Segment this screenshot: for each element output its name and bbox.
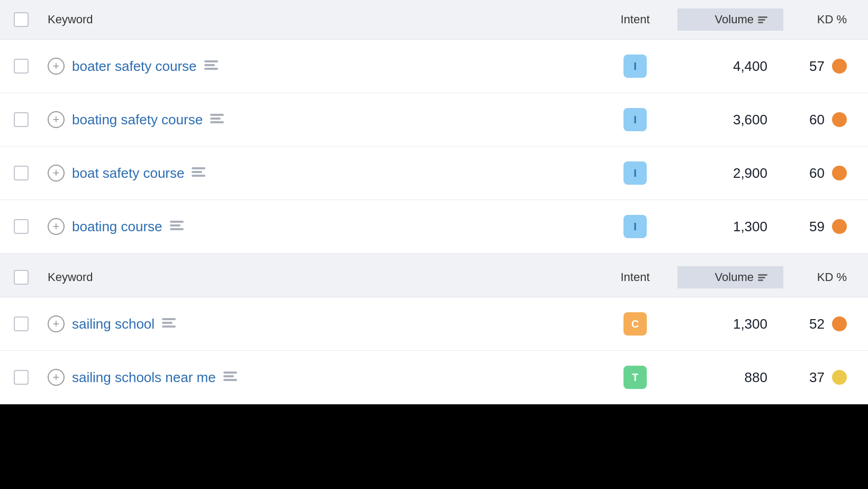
keyword-text[interactable]: boating course bbox=[72, 219, 162, 235]
kd-value: 57 bbox=[809, 58, 825, 75]
volume-sort-icon-1[interactable] bbox=[758, 16, 767, 23]
serp-features-icon[interactable] bbox=[210, 114, 224, 125]
row-checkbox[interactable] bbox=[14, 316, 29, 331]
intent-badge: C bbox=[623, 312, 647, 336]
header-kd-1: KD % bbox=[783, 13, 868, 26]
intent-cell: I bbox=[593, 215, 677, 238]
header-volume-1[interactable]: Volume bbox=[677, 8, 783, 31]
serp-features-icon[interactable] bbox=[204, 60, 218, 72]
header-intent-2: Intent bbox=[593, 270, 677, 284]
header-keyword-1: Keyword bbox=[42, 13, 593, 26]
keyword-cell: + boating course bbox=[42, 218, 593, 235]
serp-features-icon[interactable] bbox=[223, 372, 237, 383]
kd-value: 59 bbox=[809, 219, 825, 235]
kd-dot bbox=[832, 316, 847, 331]
intent-badge: T bbox=[623, 366, 647, 389]
add-keyword-icon[interactable]: + bbox=[48, 165, 65, 182]
intent-badge: I bbox=[623, 55, 647, 78]
table-row: + boating safety course I 3,600 60 bbox=[0, 93, 868, 147]
table-header-1: Keyword Intent Volume KD % bbox=[0, 0, 868, 40]
table-row: + boater safety course I 4,400 57 bbox=[0, 40, 868, 93]
keyword-cell: + boat safety course bbox=[42, 165, 593, 182]
table-header-2: Keyword Intent Volume KD % bbox=[0, 258, 868, 297]
kd-cell: 52 bbox=[783, 316, 868, 332]
intent-cell: I bbox=[593, 55, 677, 78]
keyword-table: Keyword Intent Volume KD % + boater safe… bbox=[0, 0, 868, 489]
header-kd-2: KD % bbox=[783, 270, 868, 284]
kd-dot bbox=[832, 112, 847, 127]
table-row: + boat safety course I 2,900 60 bbox=[0, 147, 868, 200]
keyword-text[interactable]: sailing school bbox=[72, 316, 155, 332]
select-all-checkbox-1[interactable] bbox=[14, 12, 29, 27]
keyword-text[interactable]: boating safety course bbox=[72, 112, 203, 128]
row-checkbox-cell bbox=[0, 370, 42, 385]
row-checkbox[interactable] bbox=[14, 370, 29, 385]
kd-dot bbox=[832, 370, 847, 385]
row-checkbox-cell bbox=[0, 219, 42, 234]
intent-badge: I bbox=[623, 161, 647, 185]
header-keyword-2: Keyword bbox=[42, 270, 593, 284]
kd-cell: 37 bbox=[783, 369, 868, 386]
volume-cell: 1,300 bbox=[677, 219, 783, 235]
intent-badge: I bbox=[623, 215, 647, 238]
serp-features-icon[interactable] bbox=[170, 221, 184, 232]
select-all-checkbox-2[interactable] bbox=[14, 270, 29, 285]
add-keyword-icon[interactable]: + bbox=[48, 369, 65, 386]
row-checkbox[interactable] bbox=[14, 59, 29, 74]
keyword-cell: + boating safety course bbox=[42, 111, 593, 128]
kd-cell: 57 bbox=[783, 58, 868, 75]
header-volume-2[interactable]: Volume bbox=[677, 266, 783, 288]
intent-cell: T bbox=[593, 366, 677, 389]
row-checkbox-cell bbox=[0, 59, 42, 74]
row-checkbox-cell bbox=[0, 166, 42, 180]
add-keyword-icon[interactable]: + bbox=[48, 111, 65, 128]
kd-dot bbox=[832, 219, 847, 234]
row-checkbox[interactable] bbox=[14, 112, 29, 127]
kd-cell: 60 bbox=[783, 165, 868, 182]
header-intent-1: Intent bbox=[593, 13, 677, 26]
kd-dot bbox=[832, 166, 847, 180]
table-row: + sailing schools near me T 880 37 bbox=[0, 351, 868, 404]
kd-value: 52 bbox=[809, 316, 825, 332]
kd-cell: 60 bbox=[783, 112, 868, 128]
volume-cell: 880 bbox=[677, 369, 783, 386]
header-checkbox-col-2 bbox=[0, 270, 42, 285]
serp-features-icon[interactable] bbox=[192, 167, 205, 179]
header-checkbox-col-1 bbox=[0, 12, 42, 27]
keyword-text[interactable]: boater safety course bbox=[72, 58, 197, 75]
keyword-cell: + boater safety course bbox=[42, 58, 593, 75]
intent-cell: I bbox=[593, 108, 677, 131]
section-divider bbox=[0, 253, 868, 258]
volume-sort-icon-2[interactable] bbox=[758, 274, 767, 281]
row-checkbox[interactable] bbox=[14, 219, 29, 234]
table-row: + boating course I 1,300 59 bbox=[0, 200, 868, 253]
add-keyword-icon[interactable]: + bbox=[48, 58, 65, 75]
kd-value: 60 bbox=[809, 112, 825, 128]
table-row: + sailing school C 1,300 52 bbox=[0, 297, 868, 351]
kd-cell: 59 bbox=[783, 219, 868, 235]
keyword-cell: + sailing schools near me bbox=[42, 369, 593, 386]
serp-features-icon[interactable] bbox=[162, 318, 176, 330]
add-keyword-icon[interactable]: + bbox=[48, 315, 65, 332]
keyword-cell: + sailing school bbox=[42, 315, 593, 332]
kd-value: 60 bbox=[809, 165, 825, 182]
kd-value: 37 bbox=[809, 369, 825, 386]
intent-badge: I bbox=[623, 108, 647, 131]
bottom-bar bbox=[0, 404, 868, 489]
row-checkbox-cell bbox=[0, 112, 42, 127]
keyword-text[interactable]: sailing schools near me bbox=[72, 369, 216, 386]
kd-dot bbox=[832, 59, 847, 74]
volume-cell: 1,300 bbox=[677, 316, 783, 332]
add-keyword-icon[interactable]: + bbox=[48, 218, 65, 235]
volume-cell: 4,400 bbox=[677, 58, 783, 75]
row-checkbox-cell bbox=[0, 316, 42, 331]
keyword-text[interactable]: boat safety course bbox=[72, 165, 184, 182]
intent-cell: I bbox=[593, 161, 677, 185]
intent-cell: C bbox=[593, 312, 677, 336]
row-checkbox[interactable] bbox=[14, 166, 29, 180]
volume-cell: 3,600 bbox=[677, 112, 783, 128]
volume-cell: 2,900 bbox=[677, 165, 783, 182]
